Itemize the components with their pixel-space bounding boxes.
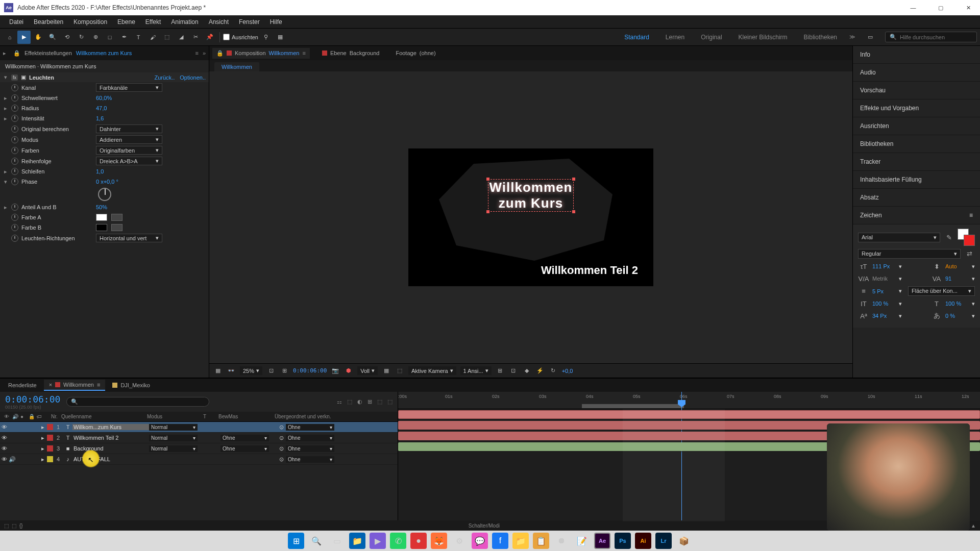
frameblend-icon[interactable]: ⬚ (347, 398, 352, 405)
layer-name[interactable]: Willkommen Teil 2 (72, 435, 149, 441)
stopwatch-icon[interactable] (11, 126, 18, 133)
panel-info[interactable]: Info (853, 46, 980, 64)
taskbar-photoshop[interactable]: Ps (615, 533, 631, 549)
timeline-layer-row[interactable]: 👁 ▸ 3 ■ Background Normal▾ Ohne▾ ⊙ Ohne▾ (0, 443, 398, 454)
toggle-modes-icon[interactable]: ⬚ (12, 523, 16, 529)
resolution-icon[interactable]: ⊡ (266, 366, 276, 375)
shy-icon[interactable]: ⚏ (337, 398, 342, 405)
hscale-value[interactable]: 100 % (945, 300, 969, 307)
parent-dropdown[interactable]: Ohne▾ (286, 445, 334, 452)
panel-menu-icon[interactable]: ≡ (969, 212, 973, 219)
prop-intensitaet-value[interactable]: 1,6 (96, 115, 104, 121)
panel-audio[interactable]: Audio (853, 64, 980, 82)
taskbar-folder[interactable]: 📁 (512, 533, 529, 549)
fill-option-dropdown[interactable]: Fläche über Kon...▾ (908, 286, 975, 296)
3d-icon[interactable]: ⬚ (395, 366, 404, 375)
label-color[interactable] (47, 445, 53, 452)
timeline-layer-row[interactable]: 👁 🔊 ▸ 4 ♪ AUTOUNFALL ⊙ Ohne▾ (0, 454, 398, 465)
exposure-value[interactable]: +0,0 (562, 368, 573, 374)
brainstorm-icon[interactable]: ⬚ (377, 398, 382, 405)
taskbar-aftereffects[interactable]: Ae (594, 533, 610, 549)
canvas-text-subtitle[interactable]: Willkommen Teil 2 (541, 264, 638, 277)
pickwhip-icon[interactable]: ⊙ (277, 445, 286, 452)
clone-tool[interactable]: ⬚ (160, 31, 174, 44)
roto-tool[interactable]: ✂ (189, 31, 202, 44)
audio-toggle[interactable]: 🔊 (8, 456, 16, 463)
taskbar-app5[interactable]: 📦 (676, 533, 692, 549)
prop-anteil-value[interactable]: 50% (96, 204, 107, 210)
stopwatch-icon[interactable] (11, 136, 18, 143)
taskbar-notepad[interactable]: 📝 (574, 533, 590, 549)
pixel-icon[interactable]: ◆ (522, 366, 531, 375)
panel-absatz[interactable]: Absatz (853, 189, 980, 207)
channel-icon[interactable]: ⬢ (344, 366, 353, 375)
taskbar-explorer[interactable]: 📁 (349, 533, 365, 549)
guides-icon[interactable]: ⊞ (496, 366, 505, 375)
menu-bearbeiten[interactable]: Bearbeiten (29, 16, 68, 28)
trkmat-dropdown[interactable]: Ohne▾ (220, 445, 269, 452)
brush-tool[interactable]: 🖌 (146, 31, 159, 44)
color-a-swatch[interactable] (96, 214, 107, 221)
panel-bibliotheken[interactable]: Bibliotheken (853, 135, 980, 153)
font-weight-dropdown[interactable]: Regular▾ (858, 249, 961, 259)
stopwatch-icon[interactable] (11, 94, 18, 102)
vscale-value[interactable]: 100 % (872, 300, 896, 307)
menu-effekt[interactable]: Effekt (140, 16, 166, 28)
font-size-value[interactable]: 111 Px (872, 263, 896, 269)
effect-options-link[interactable]: Optionen.. (180, 74, 206, 81)
anchor-tool[interactable]: ⊕ (89, 31, 102, 44)
footer-timecode[interactable]: 0:00:06:00 (293, 367, 327, 374)
timeline-layer-row[interactable]: 👁 ▸ 1 T Willkom...zum Kurs Normal▾ ⊙ Ohn… (0, 422, 398, 433)
effect-reset-link[interactable]: Zurück.. (155, 74, 175, 81)
hand-tool[interactable]: ✋ (32, 31, 45, 44)
rotation-tool[interactable]: ↻ (75, 31, 88, 44)
graph-icon[interactable]: ⊞ (368, 398, 372, 405)
prop-original-value[interactable]: Dahinter▾ (96, 124, 162, 133)
grid-icon[interactable]: ⊡ (509, 366, 518, 375)
stopwatch-icon[interactable] (11, 105, 18, 112)
start-button[interactable]: ⊞ (288, 533, 304, 549)
panel-vorschau[interactable]: Vorschau (853, 82, 980, 99)
work-area-bar[interactable] (582, 404, 684, 408)
stopwatch-icon[interactable] (11, 147, 18, 154)
parent-dropdown[interactable]: Ohne▾ (286, 435, 334, 441)
stopwatch-icon[interactable] (11, 235, 18, 242)
kerning-value[interactable]: Metrik (872, 276, 896, 282)
motionblur-icon[interactable]: ◐ (357, 398, 362, 405)
menu-animation[interactable]: Animation (166, 16, 203, 28)
snap-grid-icon[interactable]: ▦ (274, 31, 287, 44)
workspace-kleiner[interactable]: Kleiner Bildschirm (734, 32, 792, 43)
refresh-icon[interactable]: ↻ (549, 366, 558, 375)
prop-radius-value[interactable]: 47,0 (96, 105, 107, 111)
fx-badge[interactable]: fx (11, 74, 18, 81)
taskbar-app3[interactable]: ⚙ (451, 533, 468, 549)
taskbar-app4[interactable]: 📋 (533, 533, 549, 549)
parent-dropdown[interactable]: Ohne▾ (286, 456, 334, 463)
prop-modus-value[interactable]: Addieren▾ (96, 135, 162, 144)
effect-tab-layer[interactable]: Willkommen zum Kurs (76, 50, 132, 56)
parent-dropdown[interactable]: Ohne▾ (286, 424, 334, 431)
schalter-modi-label[interactable]: Schalter/Modi (469, 523, 500, 529)
panel-tracker[interactable]: Tracker (853, 153, 980, 171)
label-color[interactable] (47, 435, 53, 441)
stopwatch-icon[interactable] (11, 214, 18, 221)
taskbar-illustrator[interactable]: Ai (635, 533, 651, 549)
stopwatch-icon[interactable] (11, 168, 18, 175)
taskbar-messenger[interactable]: 💬 (472, 533, 488, 549)
stopwatch-icon[interactable] (11, 224, 18, 231)
timeline-search[interactable]: 🔍 (66, 397, 209, 407)
mode-dropdown[interactable]: Normal▾ (149, 435, 198, 441)
panel-effekte[interactable]: Effekte und Vorgaben (853, 99, 980, 117)
prop-schwelle-value[interactable]: 60,0% (96, 95, 112, 101)
transparency-icon[interactable]: ▦ (382, 366, 391, 375)
stopwatch-icon[interactable] (11, 84, 18, 91)
toggle-switches-icon[interactable]: ⬚ (4, 523, 9, 529)
leading-value[interactable]: Auto (945, 263, 969, 269)
composition-canvas[interactable]: Willkommen zum Kurs Willkommen Teil 2 (209, 71, 852, 363)
swap-colors-icon[interactable]: ⇄ (964, 249, 975, 259)
view-dropdown[interactable]: 1 Ansi...▾ (460, 366, 492, 375)
effect-title-row[interactable]: ▾ fx ▣ Leuchten Zurück.. Optionen.. (0, 72, 209, 82)
close-button[interactable]: ✕ (961, 3, 976, 13)
panel-overflow-icon[interactable]: » (203, 50, 206, 56)
workspace-standard[interactable]: Standard (620, 32, 653, 43)
